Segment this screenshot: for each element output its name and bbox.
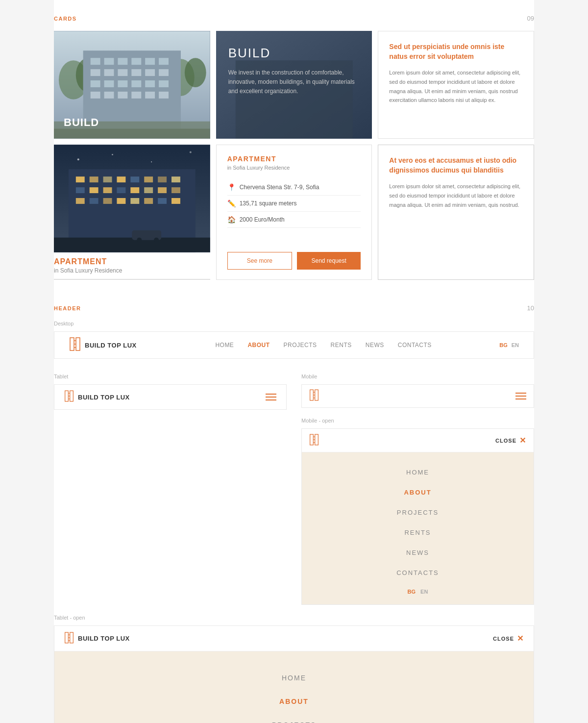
card3-body: Lorem ipsum dolor sit amet, consectetur …	[389, 68, 523, 105]
lang-en-desktop[interactable]: EN	[512, 342, 519, 348]
nav-news-desktop[interactable]: NEWS	[366, 342, 384, 349]
apt-price: 2000 Euro/Month	[240, 216, 285, 223]
close-mobile-icon: ✕	[519, 436, 526, 445]
lang-bg-desktop[interactable]: BG	[499, 342, 508, 348]
send-request-button[interactable]: Send request	[297, 252, 361, 270]
lang-en-mobile[interactable]: EN	[420, 589, 428, 595]
svg-rect-30	[159, 92, 169, 99]
tablet-label: Tablet	[54, 374, 287, 379]
nav-projects-desktop[interactable]: PROJECTS	[284, 342, 317, 349]
svg-rect-13	[91, 69, 100, 76]
mobile-nav-rents[interactable]: RENTS	[302, 523, 534, 543]
card6-title: At vero eos et accusamus et iusto odio d…	[389, 156, 523, 175]
svg-point-38	[112, 154, 113, 155]
svg-rect-55	[144, 187, 153, 193]
hamburger-tablet[interactable]	[266, 394, 276, 400]
nav-contacts-desktop[interactable]: CONTACTS	[398, 342, 432, 349]
card-info-1: Sed ut perspiciatis unde omnis iste natu…	[378, 31, 534, 139]
card-building-image: BUILD	[54, 31, 210, 139]
svg-rect-27	[118, 92, 127, 99]
mobile-header	[301, 384, 534, 408]
svg-rect-86	[315, 434, 318, 445]
svg-rect-53	[117, 187, 125, 193]
desktop-label: Desktop	[54, 321, 534, 326]
close-tablet-button[interactable]: CLOSE ✕	[493, 634, 524, 643]
close-mobile-label: CLOSE	[495, 438, 516, 444]
svg-rect-7	[91, 58, 100, 65]
svg-point-4	[185, 58, 206, 87]
svg-rect-64	[158, 198, 167, 204]
svg-rect-54	[130, 187, 139, 193]
svg-rect-51	[90, 187, 98, 193]
nav-rents-desktop[interactable]: RENTS	[331, 342, 352, 349]
svg-rect-25	[91, 92, 100, 99]
mobile-menu: HOME ABOUT PROJECTS RENTS NEWS CONTACTS …	[302, 462, 534, 595]
tablet-header: BUILD TOP LUX	[54, 384, 287, 410]
lang-switcher-desktop: BG EN	[499, 342, 519, 348]
mobile-nav-projects[interactable]: PROJECTS	[302, 502, 534, 523]
svg-rect-50	[76, 187, 85, 193]
card3-title: Sed ut perspiciatis unde omnis iste natu…	[389, 42, 523, 61]
svg-rect-52	[103, 187, 112, 193]
svg-rect-70	[70, 338, 74, 350]
desktop-nav: HOME ABOUT PROJECTS RENTS NEWS CONTACTS	[147, 342, 499, 349]
brand-logo-desktop: BUILD TOP LUX	[69, 337, 147, 353]
card6-body: Lorem ipsum dolor sit amet, consectetur …	[389, 182, 523, 209]
logo-icon-desktop	[69, 337, 81, 353]
svg-rect-47	[144, 176, 153, 182]
svg-rect-14	[104, 69, 114, 76]
svg-rect-9	[118, 58, 127, 65]
svg-rect-48	[158, 176, 167, 182]
nav-about-desktop[interactable]: ABOUT	[247, 342, 270, 349]
svg-rect-58	[76, 198, 85, 204]
svg-point-37	[77, 158, 79, 160]
svg-rect-43	[90, 176, 98, 182]
svg-rect-16	[131, 69, 141, 76]
close-mobile-button[interactable]: CLOSE ✕	[495, 436, 526, 445]
tablet-open-label: Tablet - open	[54, 615, 534, 621]
svg-rect-24	[159, 80, 169, 87]
svg-rect-10	[131, 58, 141, 65]
card2-description: We invest in the construction of comfort…	[228, 68, 360, 97]
card-dark-build: BUILD We invest in the construction of c…	[216, 31, 372, 139]
tablet-open-header: BUILD TOP LUX CLOSE ✕ HOME ABOUT PROJECT…	[54, 625, 534, 723]
lang-bg-mobile[interactable]: BG	[408, 589, 416, 595]
apt-size-row: ✏️ 135,71 square meters	[227, 196, 361, 212]
price-icon: 🏠	[227, 216, 236, 224]
svg-point-39	[151, 161, 152, 162]
nav-home-desktop[interactable]: HOME	[215, 342, 234, 349]
svg-rect-49	[172, 176, 180, 182]
apt-size: 135,71 square meters	[240, 200, 297, 207]
tablet-nav-home[interactable]: HOME	[54, 666, 534, 690]
svg-rect-75	[65, 391, 69, 401]
svg-rect-44	[103, 176, 112, 182]
svg-rect-81	[315, 390, 318, 400]
svg-rect-46	[130, 176, 139, 182]
apt-price-row: 🏠 2000 Euro/Month	[227, 212, 361, 228]
mobile-nav-about[interactable]: ABOUT	[302, 482, 534, 502]
hamburger-mobile[interactable]	[515, 393, 526, 399]
brand-name-tablet-open: BUILD TOP LUX	[78, 635, 130, 642]
card-apartment-details: APARTMENT in Sofia Luxury Residence 📍 Ch…	[216, 145, 372, 280]
card-apartment-image: APARTMENT in Sofia Luxury Residence	[54, 145, 210, 280]
logo-icon-tablet-open	[64, 632, 74, 646]
see-more-button[interactable]: See more	[227, 252, 292, 270]
tablet-nav-about[interactable]: ABOUT	[54, 690, 534, 713]
svg-rect-12	[159, 58, 169, 65]
mobile-nav-home[interactable]: HOME	[302, 462, 534, 482]
card4-apartment-sub: in Sofia Luxury Residence	[54, 267, 210, 274]
logo-icon-tablet	[64, 390, 74, 404]
svg-rect-32	[54, 129, 210, 139]
mobile-open-label: Mobile - open	[301, 418, 534, 424]
mobile-nav-contacts[interactable]: CONTACTS	[302, 563, 534, 583]
svg-point-40	[190, 151, 192, 153]
svg-rect-56	[158, 187, 167, 193]
mobile-nav-news[interactable]: NEWS	[302, 543, 534, 563]
svg-rect-57	[172, 187, 180, 193]
tablet-nav-projects[interactable]: PROJECTS	[54, 713, 534, 723]
svg-rect-71	[76, 338, 80, 350]
brand-name-desktop: BUILD TOP LUX	[85, 342, 137, 349]
svg-rect-91	[70, 632, 74, 643]
card5-title: APARTMENT	[227, 155, 361, 163]
svg-rect-62	[130, 198, 139, 204]
